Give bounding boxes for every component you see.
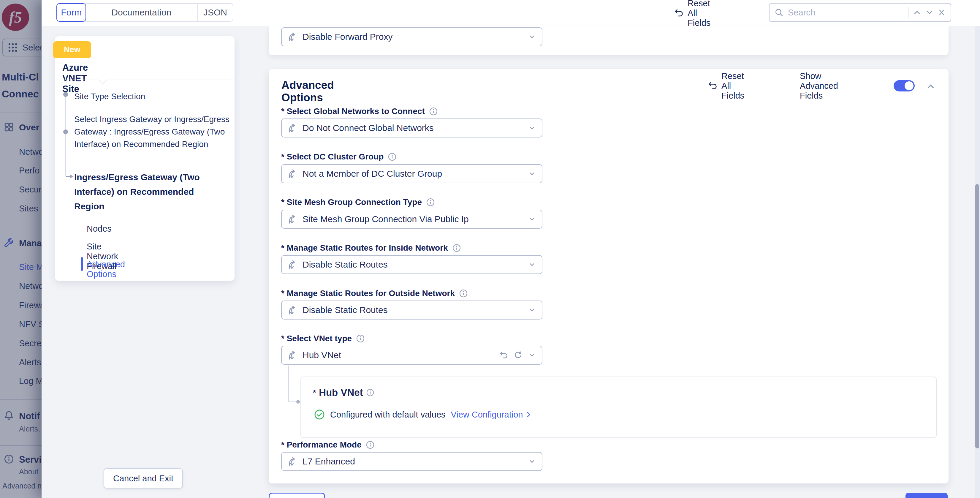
chevron-down-icon bbox=[528, 260, 536, 269]
info-icon[interactable] bbox=[429, 107, 438, 116]
undo-icon bbox=[674, 8, 684, 18]
dc-cluster-group-dropdown[interactable]: Not a Member of DC Cluster Group bbox=[281, 164, 542, 183]
cancel-and-exit-button[interactable]: Cancel and Exit bbox=[103, 468, 183, 488]
wizard-title: Azure VNET Site bbox=[62, 62, 88, 94]
info-icon[interactable] bbox=[366, 388, 374, 397]
field-label-static-routes-inside: * Manage Static Routes for Inside Networ… bbox=[281, 243, 461, 253]
field-label-site-mesh-group: * Site Mesh Group Connection Type bbox=[281, 197, 435, 207]
field-label-dc-cluster-group: * Select DC Cluster Group bbox=[281, 152, 397, 162]
selector-icon bbox=[287, 214, 298, 224]
global-networks-dropdown[interactable]: Do Not Connect Global Networks bbox=[281, 118, 542, 137]
card-reset-label: Reset All Fields bbox=[721, 71, 744, 101]
selector-icon bbox=[287, 169, 298, 179]
wizard-substep-nodes[interactable]: Nodes bbox=[87, 224, 111, 234]
chevron-down-icon bbox=[528, 305, 536, 315]
tab-documentation[interactable]: Documentation bbox=[86, 4, 197, 21]
selector-icon bbox=[287, 305, 298, 315]
timeline-line bbox=[65, 94, 66, 177]
timeline-dot-1 bbox=[63, 92, 68, 97]
wizard-substep-advanced-options[interactable]: Advanced Options bbox=[87, 259, 125, 279]
check-circle-icon bbox=[314, 409, 325, 420]
search-close-icon[interactable] bbox=[937, 8, 946, 17]
static-routes-inside-dropdown[interactable]: Disable Static Routes bbox=[281, 255, 542, 274]
nested-connector-dot bbox=[296, 400, 300, 404]
back-button-partial[interactable] bbox=[269, 493, 325, 498]
search-prev-icon[interactable] bbox=[913, 8, 921, 17]
undo-icon bbox=[708, 81, 718, 91]
search-box bbox=[769, 3, 951, 22]
search-input[interactable] bbox=[788, 8, 905, 18]
chevron-down-icon bbox=[528, 457, 536, 466]
show-advanced-fields-label: Show Advanced Fields bbox=[800, 80, 838, 92]
tab-form[interactable]: Form bbox=[56, 3, 86, 22]
chevron-right-icon bbox=[525, 411, 532, 418]
undo-icon[interactable] bbox=[499, 350, 509, 360]
site-mesh-group-dropdown[interactable]: Site Mesh Group Connection Via Public Ip bbox=[281, 210, 542, 229]
info-icon[interactable] bbox=[426, 198, 435, 207]
vnet-type-dropdown[interactable]: Hub VNet bbox=[281, 346, 542, 365]
forward-proxy-dropdown[interactable]: Disable Forward Proxy bbox=[281, 27, 542, 46]
selector-icon bbox=[287, 259, 298, 270]
modal-dim-overlay bbox=[0, 0, 41, 498]
wizard-step-current[interactable]: Ingress/Egress Gateway (Two Interface) o… bbox=[74, 170, 223, 213]
field-label-static-routes-outside: * Manage Static Routes for Outside Netwo… bbox=[281, 288, 468, 298]
primary-action-button-partial[interactable] bbox=[905, 493, 948, 498]
search-next-icon[interactable] bbox=[925, 8, 934, 17]
header-reset-label: Reset All Fields bbox=[687, 0, 710, 28]
selector-icon bbox=[287, 32, 298, 42]
search-icon bbox=[774, 8, 784, 17]
timeline-arrow-icon bbox=[70, 174, 73, 178]
field-label-global-networks: * Select Global Networks to Connect bbox=[281, 106, 438, 116]
active-step-bar bbox=[81, 257, 83, 271]
card-reset-all-fields[interactable]: Reset All Fields bbox=[708, 80, 744, 92]
field-label-vnet-type: * Select VNet type bbox=[281, 334, 365, 344]
field-label-performance-mode: * Performance Mode bbox=[281, 440, 375, 450]
info-icon[interactable] bbox=[356, 334, 365, 343]
scrollbar-thumb[interactable] bbox=[975, 184, 979, 449]
chevron-down-icon bbox=[528, 215, 536, 224]
performance-mode-dropdown[interactable]: L7 Enhanced bbox=[281, 452, 542, 471]
show-advanced-fields-toggle[interactable] bbox=[894, 80, 915, 91]
static-routes-outside-dropdown[interactable]: Disable Static Routes bbox=[281, 301, 542, 320]
search-divider bbox=[908, 6, 909, 18]
wizard-step-site-type[interactable]: Site Type Selection bbox=[74, 90, 232, 103]
tab-json[interactable]: JSON bbox=[197, 4, 233, 21]
wizard-divider bbox=[55, 80, 234, 80]
hub-vnet-title: Hub VNet bbox=[319, 387, 363, 398]
chevron-down-icon bbox=[528, 351, 536, 360]
selector-icon bbox=[287, 350, 298, 361]
wizard-step-gateway-select[interactable]: Select Ingress Gateway or Ingress/Egress… bbox=[74, 113, 232, 151]
info-icon[interactable] bbox=[452, 243, 461, 252]
view-tabs: Form Documentation JSON bbox=[56, 3, 233, 22]
refresh-icon[interactable] bbox=[513, 350, 523, 360]
toggle-knob bbox=[905, 81, 913, 90]
view-configuration-link[interactable]: View Configuration bbox=[451, 410, 533, 420]
info-icon[interactable] bbox=[388, 152, 397, 161]
info-icon[interactable] bbox=[366, 441, 375, 449]
chevron-down-icon bbox=[528, 32, 536, 41]
timeline-elbow bbox=[65, 176, 70, 177]
selector-icon bbox=[287, 456, 298, 467]
section-title: Advanced Options bbox=[282, 79, 334, 104]
chevron-down-icon bbox=[528, 169, 536, 178]
timeline-dot-2 bbox=[63, 129, 68, 134]
hub-vnet-required-asterisk: * bbox=[313, 388, 316, 397]
app-root: f5 Selec Multi-Cl Connec Over Netwo Perf… bbox=[0, 0, 980, 498]
selector-icon bbox=[287, 123, 298, 133]
header-reset-all-fields[interactable]: Reset All Fields bbox=[674, 7, 710, 19]
collapse-section-chevron-up-icon[interactable] bbox=[926, 81, 936, 91]
forward-proxy-value: Disable Forward Proxy bbox=[302, 32, 523, 42]
hub-vnet-status: Configured with default values bbox=[330, 410, 445, 420]
chevron-down-icon bbox=[528, 124, 536, 132]
hub-vnet-box: * Hub VNet Configured with default value… bbox=[301, 377, 937, 438]
info-icon[interactable] bbox=[459, 289, 468, 298]
new-badge: New bbox=[53, 41, 91, 58]
nested-connector-line bbox=[288, 366, 289, 401]
